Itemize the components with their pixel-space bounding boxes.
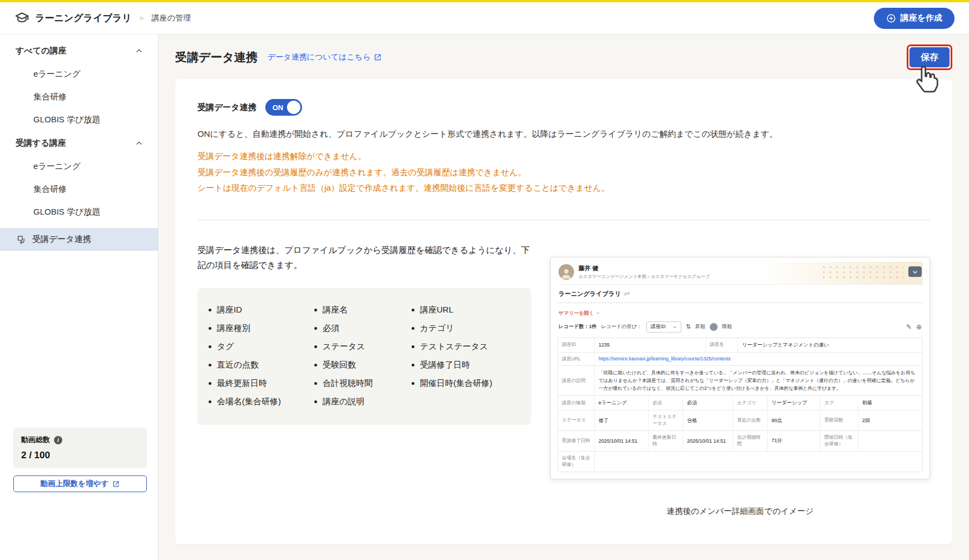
increase-video-limit-button[interactable]: 動画上限数を増やす [13, 475, 147, 492]
warning-list: 受講データ連携後は連携解除ができません。 受講データ連携後の受講履歴のみが連携さ… [197, 148, 930, 196]
create-course-button[interactable]: 講座を作成 [874, 8, 955, 29]
save-annotation-box: 保存 [907, 44, 952, 70]
sidebar-section-attending-courses[interactable]: 受講する講座 [0, 131, 158, 155]
sidebar-item-group-training-attend[interactable]: 集合研修 [0, 178, 158, 201]
toggle-knob [287, 101, 300, 114]
bullet-item: 講座名 [314, 305, 412, 315]
toggle-state-label: ON [273, 103, 284, 112]
preview-user-org: カスタマーエンゲージメント本部＞カスタマーサクセスグループ [579, 274, 710, 280]
cell-value: 2回 [858, 410, 922, 430]
cell-label: 開催日時（集合研修） [820, 431, 858, 451]
info-icon[interactable]: i [54, 436, 62, 444]
sidebar-item-label: 受講データ連携 [32, 234, 91, 245]
cell-value: 必須 [683, 396, 733, 410]
breadcrumb-separator: ＞ [138, 13, 146, 23]
sidebar-item-data-link[interactable]: 受講データ連携 [0, 228, 158, 251]
cell-value: 1235 [595, 338, 706, 352]
toggle-row: 受講データ連携 ON [197, 99, 930, 116]
record-sort-label: レコードの並び： [601, 323, 642, 330]
page-title: 受講データ連携 [175, 49, 258, 65]
cell-label: 講座名 [706, 338, 738, 352]
cell-label: 必須 [649, 396, 683, 410]
left-column: 受講データ連携後は、プロファイルブックから受講履歴を確認できるようになり、下記の… [197, 242, 531, 425]
course-url-link[interactable]: https://service.kaonavi.jp/learning_libr… [595, 353, 922, 366]
edit-icon[interactable]: ✎ [906, 323, 912, 331]
preview-header: 藤井 健 カスタマーエンゲージメント本部＞カスタマーサクセスグループ [557, 262, 923, 285]
cell-value: 90点 [768, 410, 820, 430]
table-row: 講座URL https://service.kaonavi.jp/learnin… [558, 353, 922, 366]
add-icon[interactable]: ⊕ [916, 323, 922, 331]
sidebar-item-elearning[interactable]: eラーニング [0, 63, 158, 86]
increase-video-limit-label: 動画上限数を増やす [41, 479, 108, 489]
cell-label: 受験回数 [820, 410, 858, 430]
chevron-down-icon [912, 269, 918, 275]
right-column: 藤井 健 カスタマーエンゲージメント本部＞カスタマーサクセスグループ ラーニング… [550, 242, 930, 517]
sort-order-toggle[interactable] [710, 323, 718, 331]
body-row: すべての講座 eラーニング 集合研修 GLOBIS 学び放題 受講する講座 eラ… [0, 34, 969, 560]
cell-label: 最終更新日時 [649, 431, 683, 451]
bullet-item: 必須 [314, 323, 412, 334]
cell-value [595, 452, 922, 472]
sidebar-section-all-courses[interactable]: すべての講座 [0, 39, 158, 63]
bullet-item: 最終更新日時 [209, 378, 314, 389]
cell-value: 「役職に就いたけれど、具体的に何をすべきか迷っている」「メンバーの管理に追われ、… [595, 366, 922, 395]
sort-key-select[interactable]: 講座ID [646, 321, 681, 333]
preview-table: 講座ID 1235 講座名 リーダーシップとマネジメントの違い 講座URL ht… [557, 338, 923, 472]
collapse-button[interactable] [908, 266, 922, 277]
chevron-down-icon [596, 311, 600, 315]
cell-label: 講座ID [558, 338, 595, 352]
bullet-item: 講座種別 [209, 323, 314, 334]
cell-value: 2025/10/01 14:51 [683, 431, 733, 451]
toggle-description: ONにすると、自動連携が開始され、プロファイルブックとシート形式で連携されます。… [197, 129, 930, 140]
table-row: 会場名（集合研修） [558, 452, 922, 472]
help-link-label: データ連携についてはこちら [268, 52, 370, 62]
data-link-help-link[interactable]: データ連携についてはこちら [268, 52, 382, 62]
cell-label: 会場名（集合研修） [558, 452, 595, 472]
create-course-label: 講座を作成 [901, 13, 942, 23]
sort-asc-label[interactable]: 昇順 [695, 323, 705, 330]
sort-key-value: 講座ID [651, 323, 666, 330]
cell-value: eラーニング [595, 396, 649, 410]
chevron-up-icon [135, 47, 144, 56]
cell-label: カテゴリ [733, 396, 768, 410]
cell-value: 修了 [595, 410, 649, 430]
bullet-item: ステータス [314, 341, 412, 352]
sidebar-item-globis[interactable]: GLOBIS 学び放題 [0, 108, 158, 131]
bullet-item: 開催日時(集合研修) [412, 378, 492, 389]
preview-section-row: ラーニングライブラリ [557, 285, 923, 302]
cell-label: タグ [820, 396, 858, 410]
linked-items-box: 講座ID 講座種別 タグ 直近の点数 最終更新日時 会場名(集合研修) 講座名 … [197, 288, 531, 425]
data-link-toggle[interactable]: ON [265, 99, 302, 116]
cell-label: 合計視聴時間 [733, 431, 768, 451]
main-header: 受講データ連携 データ連携についてはこちら 保存 [175, 34, 952, 70]
sidebar-item-group-training[interactable]: 集合研修 [0, 86, 158, 108]
bullet-item: テストステータス [412, 341, 492, 352]
cell-label: 講座の種類 [558, 396, 595, 410]
sidebar-item-elearning-attend[interactable]: eラーニング [0, 155, 158, 178]
bullet-item: 直近の点数 [209, 360, 314, 370]
external-link-icon [374, 53, 382, 61]
cell-value: 合格 [683, 410, 733, 430]
app-window: ラーニングライブラリ ＞ 講座の管理 講座を作成 すべての講座 eラーニング 集… [0, 0, 969, 560]
link-icon[interactable] [624, 291, 630, 296]
divider [197, 220, 930, 220]
preview-user: 藤井 健 カスタマーエンゲージメント本部＞カスタマーサクセスグループ [579, 264, 710, 280]
summary-toggle[interactable]: サマリーを開く [557, 310, 601, 317]
sidebar-item-globis-attend[interactable]: GLOBIS 学び放題 [0, 201, 158, 224]
chevron-down-icon [673, 325, 677, 329]
main-content: 受講データ連携 データ連携についてはこちら 保存 受講データ連携 ON [159, 34, 969, 560]
sort-desc-label[interactable]: 降順 [722, 323, 732, 330]
bullet-item: 合計視聴時間 [314, 378, 412, 389]
cell-label: 受講修了日時 [558, 431, 595, 451]
data-link-icon [17, 235, 27, 245]
table-row: ステータス 修了 テストステータス 合格 直近の点数 90点 受験回数 2回 [558, 410, 922, 431]
data-link-card: 受講データ連携 ON ONにすると、自動連携が開始され、プロファイルブックとシー… [175, 79, 952, 544]
toggle-label: 受講データ連携 [197, 102, 256, 113]
warning-line: 受講データ連携後は連携解除ができません。 [197, 148, 930, 165]
sidebar: すべての講座 eラーニング 集合研修 GLOBIS 学び放題 受講する講座 eラ… [0, 34, 159, 560]
sidebar-bottom: 動画総数 i 2 / 100 動画上限数を増やす [13, 428, 147, 492]
video-count: 2 / 100 [21, 450, 139, 461]
sidebar-section-label: 受講する講座 [16, 138, 66, 148]
record-count: レコード数：1件 [558, 323, 597, 330]
save-button[interactable]: 保存 [909, 47, 950, 67]
